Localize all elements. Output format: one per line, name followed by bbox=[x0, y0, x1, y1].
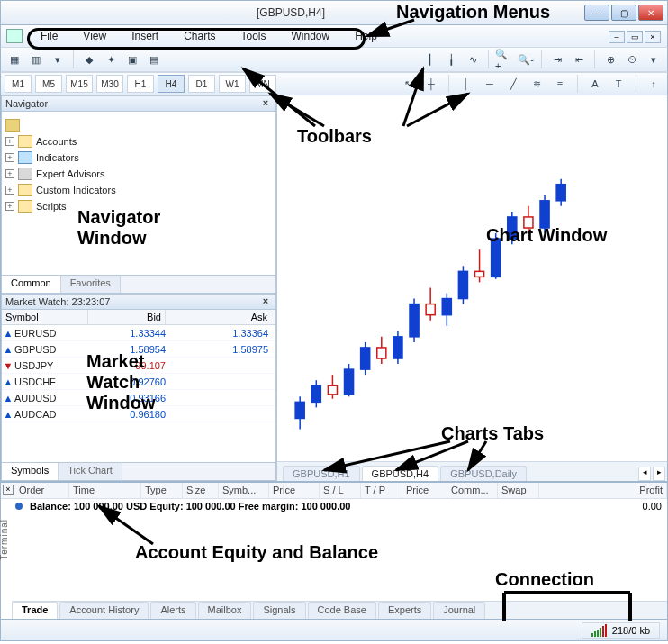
term-col[interactable]: Order bbox=[15, 483, 69, 498]
tf-h4[interactable]: H4 bbox=[158, 75, 185, 93]
chart-tab-h1[interactable]: GBPUSD,H1 bbox=[283, 466, 360, 481]
menu-file[interactable]: File bbox=[28, 27, 70, 45]
tree-item-custom-indicators[interactable]: +Custom Indicators bbox=[5, 182, 272, 198]
mw-row-eurusd[interactable]: ▲EURUSD1.333441.33364 bbox=[2, 325, 275, 341]
tf-w1[interactable]: W1 bbox=[219, 75, 246, 93]
chart-tabs-next-icon[interactable]: ▸ bbox=[653, 467, 665, 481]
new-chart-icon[interactable]: ▦ bbox=[5, 50, 24, 69]
mdi-restore-button[interactable]: ▭ bbox=[627, 31, 643, 43]
term-col[interactable]: Type bbox=[141, 483, 183, 498]
terminal-tab-code-base[interactable]: Code Base bbox=[308, 602, 376, 619]
zoom-out-icon[interactable]: 🔍- bbox=[516, 50, 536, 69]
mdi-close-button[interactable]: × bbox=[645, 31, 661, 43]
templates-icon[interactable]: ▾ bbox=[644, 50, 663, 69]
tf-h1[interactable]: H1 bbox=[127, 75, 154, 93]
connection-status[interactable]: 218/0 kb bbox=[582, 622, 660, 639]
mw-tab-symbols[interactable]: Symbols bbox=[2, 463, 59, 480]
profiles-icon[interactable]: ▥ bbox=[26, 50, 46, 69]
mw-row-gbpusd[interactable]: ▲GBPUSD1.589541.58975 bbox=[2, 341, 275, 358]
term-col[interactable]: Size bbox=[183, 483, 219, 498]
zoom-in-icon[interactable]: 🔍+ bbox=[494, 50, 514, 69]
text-icon[interactable]: A bbox=[585, 74, 605, 94]
market-watch-icon[interactable]: ◆ bbox=[79, 50, 99, 69]
tf-mn[interactable]: MN bbox=[249, 75, 276, 93]
menu-insert[interactable]: Insert bbox=[119, 27, 171, 45]
term-col[interactable]: T / P bbox=[361, 483, 402, 498]
cursor-icon[interactable]: ↖ bbox=[398, 74, 418, 94]
dropdown-icon[interactable]: ▾ bbox=[48, 50, 68, 69]
tf-m5[interactable]: M5 bbox=[35, 75, 62, 93]
mdi-minimize-button[interactable]: – bbox=[609, 31, 625, 43]
terminal-tab-alerts[interactable]: Alerts bbox=[150, 602, 195, 619]
chart-tab-daily[interactable]: GBPUSD,Daily bbox=[440, 466, 527, 481]
tf-m30[interactable]: M30 bbox=[96, 75, 123, 93]
tree-root[interactable] bbox=[5, 117, 272, 133]
terminal-close-icon[interactable]: × bbox=[3, 485, 14, 495]
tf-d1[interactable]: D1 bbox=[188, 75, 215, 93]
mw-row-audusd[interactable]: ▲AUDUSD0.93166 bbox=[2, 390, 275, 406]
indicators-icon[interactable]: ⊕ bbox=[600, 50, 620, 69]
tree-item-accounts[interactable]: +Accounts bbox=[5, 133, 272, 150]
mw-row-audcad[interactable]: ▲AUDCAD0.96180 bbox=[2, 406, 275, 422]
periods-icon[interactable]: ⏲ bbox=[622, 50, 642, 69]
term-col[interactable]: Symb... bbox=[219, 483, 269, 498]
mw-col-symbol[interactable]: Symbol bbox=[2, 310, 88, 324]
line-chart-icon[interactable]: ∿ bbox=[463, 50, 483, 69]
channel-icon[interactable]: ≋ bbox=[527, 74, 546, 94]
tree-item-ea[interactable]: +Expert Advisors bbox=[5, 166, 272, 182]
minimize-button[interactable]: — bbox=[584, 5, 609, 21]
chart-shift-icon[interactable]: ⇤ bbox=[569, 50, 589, 69]
candlestick-icon[interactable]: ╽ bbox=[441, 50, 461, 69]
term-col[interactable]: Price bbox=[402, 483, 447, 498]
term-col[interactable]: Comm... bbox=[447, 483, 498, 498]
menu-help[interactable]: Help bbox=[342, 27, 390, 45]
terminal-tab-account-history[interactable]: Account History bbox=[59, 602, 149, 619]
maximize-button[interactable]: ▢ bbox=[611, 5, 636, 21]
term-col[interactable]: Swap bbox=[498, 483, 539, 498]
chart-tab-h4[interactable]: GBPUSD,H4 bbox=[362, 466, 439, 481]
navigator-close-icon[interactable]: × bbox=[259, 97, 272, 110]
navigator-icon[interactable]: ✦ bbox=[101, 50, 121, 69]
mw-row-usdjpy[interactable]: ▼USDJPY99.107 bbox=[2, 358, 275, 374]
mw-tab-tick-chart[interactable]: Tick Chart bbox=[59, 463, 122, 480]
tree-item-scripts[interactable]: +Scripts bbox=[5, 198, 272, 214]
market-watch-close-icon[interactable]: × bbox=[259, 295, 272, 308]
hline-icon[interactable]: ─ bbox=[480, 74, 500, 94]
navigator-header[interactable]: Navigator × bbox=[1, 95, 276, 112]
terminal-tab-signals[interactable]: Signals bbox=[253, 602, 305, 619]
tf-m15[interactable]: M15 bbox=[66, 75, 93, 93]
menu-view[interactable]: View bbox=[70, 27, 119, 45]
strategy-tester-icon[interactable]: ▤ bbox=[144, 50, 164, 69]
tree-item-indicators[interactable]: +Indicators bbox=[5, 150, 272, 166]
navigator-tab-common[interactable]: Common bbox=[2, 276, 61, 293]
navigator-tab-favorites[interactable]: Favorites bbox=[61, 276, 121, 293]
crosshair-icon[interactable]: ┼ bbox=[421, 74, 441, 94]
terminal-icon[interactable]: ▣ bbox=[122, 50, 142, 69]
bar-chart-icon[interactable]: ┃ bbox=[420, 50, 439, 69]
mw-row-usdchf[interactable]: ▲USDCHF0.92760 bbox=[2, 374, 275, 390]
terminal-tab-experts[interactable]: Experts bbox=[378, 602, 431, 619]
terminal-tab-trade[interactable]: Trade bbox=[12, 602, 58, 619]
terminal-tab-mailbox[interactable]: Mailbox bbox=[198, 602, 252, 619]
trendline-icon[interactable]: ╱ bbox=[503, 74, 523, 94]
text-label-icon[interactable]: T bbox=[609, 74, 628, 94]
menu-charts[interactable]: Charts bbox=[171, 27, 228, 45]
chart-tabs-prev-icon[interactable]: ◂ bbox=[638, 467, 651, 481]
arrows-icon[interactable]: ↑ bbox=[644, 74, 663, 94]
vline-icon[interactable]: │ bbox=[456, 74, 476, 94]
terminal-tab-journal[interactable]: Journal bbox=[433, 602, 485, 619]
term-col[interactable]: Profit bbox=[539, 483, 667, 498]
auto-scroll-icon[interactable]: ⇥ bbox=[547, 50, 567, 69]
menu-window[interactable]: Window bbox=[279, 27, 343, 45]
close-button[interactable]: ✕ bbox=[638, 5, 663, 21]
mw-col-bid[interactable]: Bid bbox=[88, 310, 166, 324]
balance-row[interactable]: Balance: 100 000.00 USD Equity: 100 000.… bbox=[1, 499, 667, 513]
tf-m1[interactable]: M1 bbox=[5, 75, 32, 93]
menu-tools[interactable]: Tools bbox=[229, 27, 279, 45]
term-col[interactable]: Price bbox=[269, 483, 320, 498]
term-col[interactable]: S / L bbox=[320, 483, 361, 498]
mw-col-ask[interactable]: Ask bbox=[166, 310, 275, 324]
fibo-icon[interactable]: ≡ bbox=[550, 74, 570, 94]
term-col[interactable]: Time bbox=[69, 483, 141, 498]
market-watch-header[interactable]: Market Watch: 23:23:07 × bbox=[1, 294, 276, 310]
